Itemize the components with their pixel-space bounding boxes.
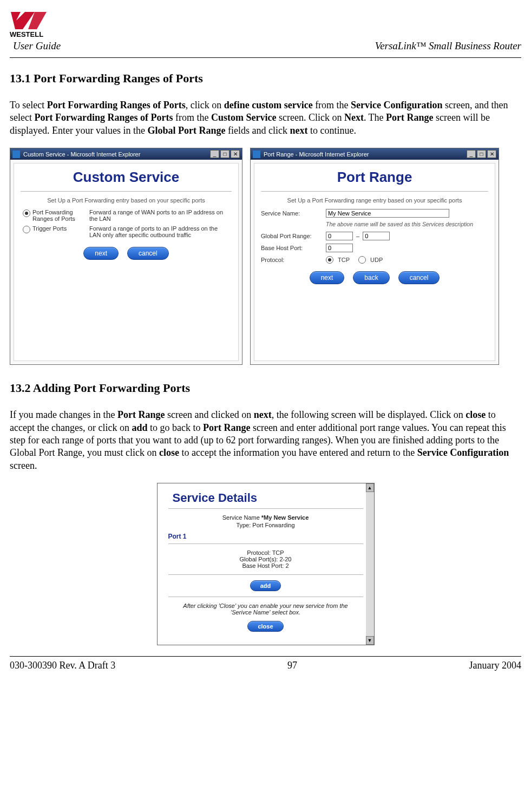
maximize-button[interactable]: □ (220, 150, 230, 158)
close-note: After clicking 'Close' you can enable yo… (174, 603, 358, 615)
option-port-fwd[interactable]: Port Fowarding Ranges of Ports (23, 209, 85, 222)
westell-logo (10, 11, 58, 30)
protocol-row: Protocol: TCP UDP (261, 256, 488, 264)
radio-udp[interactable] (358, 256, 366, 264)
text: , the following screen will be displayed… (272, 409, 466, 420)
text-bold: Global Port Range (147, 125, 225, 136)
text-bold: Port Range (117, 409, 165, 420)
protocol-label: Protocol: (261, 257, 326, 263)
separator (21, 191, 232, 192)
add-button[interactable]: add (250, 580, 281, 591)
panel-heading: Port Range (261, 169, 488, 186)
option-description: Forward a range of ports to an IP addres… (89, 225, 230, 238)
option-label: Trigger Ports (32, 225, 67, 232)
text: to go back to (147, 422, 202, 433)
text: to accept the information you have enter… (179, 447, 417, 458)
text-bold: Port Range (203, 422, 250, 433)
service-name-label: Service Name (222, 514, 261, 521)
footer-left: 030-300390 Rev. A Draft 3 (10, 660, 115, 671)
text-bold: Port Forwarding Ranges of Ports (47, 100, 186, 110)
separator (168, 574, 363, 575)
titlebar: Custom Service - Microsoft Internet Expl… (10, 148, 242, 160)
close-button[interactable]: ✕ (487, 150, 496, 158)
global-port-end-input[interactable] (363, 232, 390, 240)
section-13-2-paragraph: If you made changes in the Port Range sc… (10, 409, 521, 472)
text: screen. Click on (276, 112, 344, 123)
close-button-row: close (168, 621, 363, 632)
window-body: Port Range Set Up a Port Forwarding rang… (254, 163, 495, 361)
section-13-1-paragraph: To select Port Forwarding Ranges of Port… (10, 99, 521, 137)
radio-icon[interactable] (23, 209, 30, 217)
page-footer: 030-300390 Rev. A Draft 3 97 January 200… (10, 656, 521, 671)
service-name-input[interactable] (326, 209, 449, 218)
text: , click on (186, 100, 224, 110)
text: To select (10, 100, 47, 110)
ie-icon (253, 150, 260, 158)
custom-service-window: Custom Service - Microsoft Internet Expl… (10, 148, 242, 365)
global-ports-line: Global Port(s): 2-20 (168, 556, 363, 562)
base-host-line: Base Host Port: 2 (168, 562, 363, 569)
separator (261, 191, 488, 192)
back-button[interactable]: back (353, 271, 389, 284)
udp-label: UDP (370, 257, 383, 263)
window-body: Service Details Service Name *My New Ser… (158, 483, 374, 645)
text-bold: close (159, 447, 179, 458)
minimize-button[interactable]: _ (210, 150, 219, 158)
text-bold: Service Configuration (351, 100, 442, 110)
window-body: Custom Service Set Up a Port Forwarding … (14, 163, 239, 361)
text-bold: define custom service (224, 100, 313, 110)
option-description: Forward a range of WAN ports to an IP ad… (89, 209, 230, 222)
separator (168, 508, 363, 509)
panel-subtitle: Set Up a Port Forwarding entry based on … (21, 197, 232, 204)
cancel-button[interactable]: cancel (398, 271, 440, 284)
next-button[interactable]: next (310, 271, 345, 284)
svg-text:WESTELL: WESTELL (10, 30, 43, 38)
panel-subtitle: Set Up a Port Forwarding range entry bas… (261, 197, 488, 204)
service-details-window: ▲ ▼ Service Details Service Name *My New… (157, 483, 375, 645)
type-line: Type: Port Forwarding (168, 522, 363, 528)
global-port-range-row: Global Port Range: – (261, 232, 488, 240)
base-host-port-input[interactable] (326, 244, 353, 252)
global-port-range-label: Global Port Range: (261, 233, 326, 239)
brand-text: WESTELL (10, 30, 58, 38)
page-header: WESTELL User Guide VersaLink™ Small Busi… (10, 11, 521, 58)
text-bold: Port Range (386, 112, 433, 123)
text-bold: Service Configuration (417, 447, 509, 458)
close-button[interactable]: close (247, 621, 283, 632)
titlebar: Port Range - Microsoft Internet Explorer… (251, 148, 499, 160)
minimize-button[interactable]: _ (467, 150, 476, 158)
service-name-value: *My New Service (261, 514, 309, 521)
separator (168, 543, 363, 544)
section-13-1-heading: 13.1 Port Forwarding Ranges of Ports (10, 71, 521, 86)
user-guide-label: User Guide (13, 40, 61, 52)
text: screen and clicked on (165, 409, 253, 420)
protocol-options: TCP UDP (326, 256, 383, 264)
text: from the (313, 100, 351, 110)
range-dash: – (356, 233, 359, 239)
close-button[interactable]: ✕ (231, 150, 240, 158)
base-host-port-row: Base Host Port: (261, 244, 488, 252)
port-range-window: Port Range - Microsoft Internet Explorer… (250, 148, 499, 365)
text: from the (173, 112, 211, 123)
figures-row: Custom Service - Microsoft Internet Expl… (10, 148, 521, 365)
option-trigger[interactable]: Trigger Ports (23, 225, 85, 233)
panel-heading: Custom Service (21, 169, 232, 186)
scroll-down-icon[interactable]: ▼ (366, 636, 374, 645)
text-bold: Custom Service (211, 112, 276, 123)
radio-tcp[interactable] (326, 256, 333, 264)
separator (168, 597, 363, 597)
radio-icon[interactable] (23, 226, 30, 233)
text-bold: Port Forwarding Ranges of Ports (34, 112, 173, 123)
option-label: Port Fowarding Ranges of Ports (32, 209, 85, 222)
next-button[interactable]: next (83, 247, 119, 260)
text: . The (364, 112, 386, 123)
scroll-up-icon[interactable]: ▲ (366, 483, 374, 492)
add-button-row: add (168, 580, 363, 591)
maximize-button[interactable]: □ (477, 150, 486, 158)
global-port-start-input[interactable] (326, 232, 353, 240)
scrollbar[interactable]: ▲ ▼ (366, 483, 374, 645)
cancel-button[interactable]: cancel (127, 247, 169, 260)
service-name-line: Service Name *My New Service (168, 514, 363, 521)
window-title: Custom Service - Microsoft Internet Expl… (23, 151, 209, 158)
text: to continue. (307, 125, 356, 136)
